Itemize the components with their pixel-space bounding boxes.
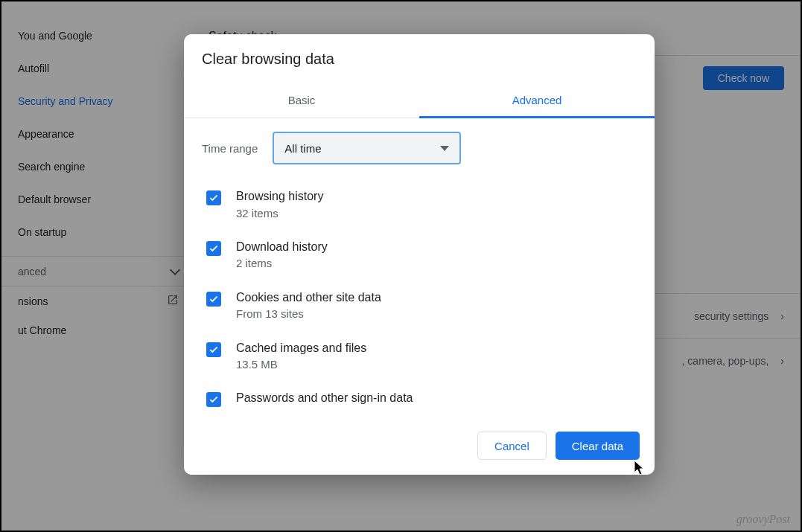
option-sub: 2 items (236, 256, 328, 271)
option-sub: From 13 sites (236, 307, 381, 321)
option-title: Download history (236, 239, 328, 255)
option-title: Cookies and other site data (236, 289, 381, 306)
checkbox-browsing-history[interactable] (206, 190, 221, 205)
checkbox-cookies[interactable] (206, 292, 221, 307)
dialog-title: Clear browsing data (184, 34, 655, 83)
checkbox-passwords[interactable] (206, 392, 221, 407)
option-passwords[interactable]: Passwords and other sign-in data (202, 381, 637, 417)
clear-data-button[interactable]: Clear data (556, 432, 640, 460)
dialog-body: Time range All time Browsing history 32 … (184, 118, 655, 417)
dropdown-arrow-icon (440, 146, 449, 151)
option-cookies[interactable]: Cookies and other site data From 13 site… (202, 281, 637, 331)
dialog-scroll[interactable]: Time range All time Browsing history 32 … (184, 118, 655, 417)
tab-advanced[interactable]: Advanced (419, 83, 655, 118)
dialog-actions: Cancel Clear data (184, 417, 655, 475)
option-title: Browsing history (236, 188, 323, 205)
option-sub: 32 items (236, 206, 323, 221)
option-browsing-history[interactable]: Browsing history 32 items (202, 179, 637, 230)
time-range-select[interactable]: All time (273, 132, 461, 164)
watermark-text: groovyPost (736, 513, 790, 526)
cancel-button[interactable]: Cancel (477, 432, 547, 460)
option-title: Cached images and files (236, 340, 366, 356)
dialog-tabs: Basic Advanced (184, 83, 655, 118)
tab-basic[interactable]: Basic (184, 83, 419, 118)
option-title: Passwords and other sign-in data (236, 390, 413, 406)
clear-browsing-data-dialog: Clear browsing data Basic Advanced Time … (184, 34, 655, 475)
time-range-row: Time range All time (202, 132, 637, 164)
option-cached-images[interactable]: Cached images and files 13.5 MB (202, 331, 637, 382)
checkbox-cached-images[interactable] (206, 342, 221, 357)
checkbox-download-history[interactable] (206, 241, 221, 256)
time-range-label: Time range (202, 142, 258, 155)
option-download-history[interactable]: Download history 2 items (202, 230, 637, 281)
option-sub: 13.5 MB (236, 357, 366, 372)
time-range-value: All time (284, 142, 321, 155)
